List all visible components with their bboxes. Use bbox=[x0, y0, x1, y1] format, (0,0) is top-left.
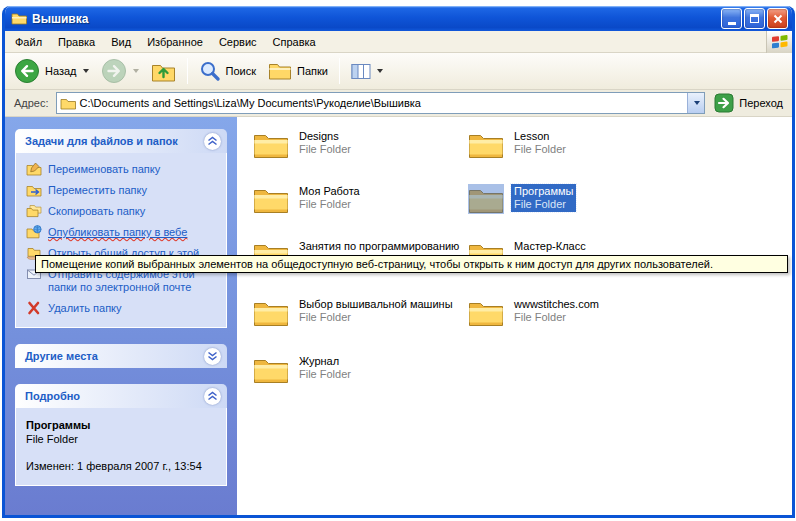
file-type: File Folder bbox=[299, 311, 453, 324]
forward-button[interactable] bbox=[96, 55, 144, 87]
views-button[interactable] bbox=[346, 60, 388, 83]
file-tile[interactable]: Моя РаботаFile Folder bbox=[253, 184, 363, 214]
folder-icon[interactable] bbox=[468, 184, 504, 214]
file-tasks-header[interactable]: Задачи для файлов и папок bbox=[15, 129, 227, 153]
address-input[interactable]: C:\Documents and Settings\Liza\My Docume… bbox=[56, 92, 706, 114]
views-icon bbox=[351, 63, 371, 80]
address-bar: Адрес: C:\Documents and Settings\Liza\My… bbox=[5, 90, 792, 117]
window-controls bbox=[721, 8, 788, 29]
go-button[interactable]: Переход bbox=[712, 93, 785, 113]
chevron-down-icon bbox=[694, 101, 700, 105]
maximize-icon bbox=[750, 14, 759, 23]
collapse-chevron-icon[interactable] bbox=[204, 388, 221, 405]
task-label[interactable]: Скопировать папку bbox=[48, 205, 145, 218]
task-publish-folder[interactable]: Опубликовать папку в вебе bbox=[26, 226, 220, 239]
toolbar: Назад Поиск Папки bbox=[5, 53, 792, 90]
other-places-title: Другие места bbox=[25, 350, 98, 362]
file-list[interactable]: DesignsFile Folder LessonFile Folder Моя… bbox=[237, 117, 792, 515]
up-button[interactable] bbox=[146, 57, 181, 86]
menu-file[interactable]: Файл bbox=[7, 33, 50, 51]
delete-icon bbox=[26, 301, 42, 315]
collapse-chevron-icon[interactable] bbox=[204, 133, 221, 150]
file-tile[interactable]: wwwstitches.comFile Folder bbox=[468, 297, 602, 327]
file-type: File Folder bbox=[299, 143, 351, 156]
back-icon bbox=[14, 58, 40, 84]
search-button[interactable]: Поиск bbox=[194, 57, 261, 85]
folder-icon[interactable] bbox=[468, 297, 504, 327]
folder-icon[interactable] bbox=[253, 297, 289, 327]
file-name: Моя Работа bbox=[299, 185, 360, 198]
titlebar[interactable]: Вышивка bbox=[5, 6, 792, 31]
toolbar-separator bbox=[187, 58, 188, 84]
task-rename-folder[interactable]: Переименовать папку bbox=[26, 163, 220, 176]
window-body: Задачи для файлов и папок Переименовать … bbox=[5, 117, 792, 515]
task-label[interactable]: Переместить папку bbox=[48, 184, 147, 197]
search-label: Поиск bbox=[226, 65, 256, 77]
folder-icon[interactable] bbox=[253, 184, 289, 214]
task-move-folder[interactable]: Переместить папку bbox=[26, 184, 220, 197]
details-modified: Изменен: 1 февраля 2007 г., 13:54 bbox=[26, 459, 220, 473]
file-name: Мастер-Класс bbox=[514, 240, 586, 253]
tooltip: Помещение копий выбранных элементов на о… bbox=[35, 255, 788, 273]
windows-logo-icon bbox=[766, 31, 792, 53]
file-name: Designs bbox=[299, 130, 351, 143]
details-title: Подробно bbox=[25, 390, 80, 402]
menubar: Файл Правка Вид Избранное Сервис Справка bbox=[5, 31, 792, 53]
back-button[interactable]: Назад bbox=[9, 55, 94, 87]
folders-button[interactable]: Папки bbox=[263, 58, 333, 84]
task-delete-folder[interactable]: Удалить папку bbox=[26, 302, 220, 315]
file-tile[interactable]: DesignsFile Folder bbox=[253, 129, 354, 159]
minimize-icon bbox=[728, 22, 736, 25]
menu-view[interactable]: Вид bbox=[103, 33, 139, 51]
minimize-button[interactable] bbox=[721, 8, 742, 29]
folders-label: Папки bbox=[297, 65, 328, 77]
file-type: File Folder bbox=[514, 143, 566, 156]
go-label: Переход bbox=[739, 97, 783, 109]
go-icon bbox=[714, 93, 734, 113]
task-pane: Задачи для файлов и папок Переименовать … bbox=[5, 117, 237, 515]
folder-icon[interactable] bbox=[253, 129, 289, 159]
back-label: Назад bbox=[45, 65, 77, 77]
address-value: C:\Documents and Settings\Liza\My Docume… bbox=[80, 97, 421, 109]
details-file-name: Программы bbox=[26, 418, 220, 432]
file-name: Журнал bbox=[299, 355, 351, 368]
menu-edit[interactable]: Правка bbox=[50, 33, 103, 51]
toolbar-separator bbox=[339, 58, 340, 84]
file-name: Выбор вышивальной машины bbox=[299, 298, 453, 311]
forward-icon bbox=[101, 58, 127, 84]
file-type: File Folder bbox=[299, 368, 351, 381]
task-label[interactable]: Удалить папку bbox=[48, 302, 122, 315]
menu-help[interactable]: Справка bbox=[265, 33, 324, 51]
close-button[interactable] bbox=[767, 8, 788, 29]
file-tile[interactable]: LessonFile Folder bbox=[468, 129, 569, 159]
file-tile-selected[interactable]: ПрограммыFile Folder bbox=[468, 184, 576, 214]
task-copy-folder[interactable]: Скопировать папку bbox=[26, 205, 220, 218]
task-label[interactable]: Переименовать папку bbox=[48, 163, 160, 176]
file-tasks-pane: Задачи для файлов и папок Переименовать … bbox=[15, 129, 227, 328]
details-file-type: File Folder bbox=[26, 432, 220, 446]
publish-folder-link[interactable]: Опубликовать папку в вебе bbox=[48, 226, 187, 238]
close-icon bbox=[773, 14, 783, 24]
menu-tools[interactable]: Сервис bbox=[211, 33, 265, 51]
address-label: Адрес: bbox=[14, 97, 49, 109]
move-folder-icon bbox=[26, 183, 42, 197]
screenshot-root: Вышивка Файл Правка Вид Избранное Сервис… bbox=[0, 0, 796, 521]
file-tile[interactable]: ЖурналFile Folder bbox=[253, 354, 354, 384]
folder-icon[interactable] bbox=[253, 354, 289, 384]
file-tile[interactable]: Выбор вышивальной машиныFile Folder bbox=[253, 297, 456, 327]
other-places-header[interactable]: Другие места bbox=[15, 344, 227, 368]
folder-up-icon bbox=[151, 60, 176, 83]
expand-chevron-icon[interactable] bbox=[204, 348, 221, 365]
back-dropdown-icon bbox=[83, 69, 89, 73]
menu-favorites[interactable]: Избранное bbox=[139, 33, 211, 51]
address-dropdown-button[interactable] bbox=[687, 93, 704, 113]
maximize-button[interactable] bbox=[744, 8, 765, 29]
window-title: Вышивка bbox=[32, 12, 716, 26]
publish-link-wrap: Опубликовать папку в вебе bbox=[48, 226, 187, 239]
file-name: Lesson bbox=[514, 130, 566, 143]
file-name: Занятия по программированию bbox=[299, 240, 459, 253]
details-pane: Подробно Программы File Folder Изменен: … bbox=[15, 384, 227, 486]
folder-icon[interactable] bbox=[468, 129, 504, 159]
rename-folder-icon bbox=[26, 162, 42, 176]
details-header[interactable]: Подробно bbox=[15, 384, 227, 408]
